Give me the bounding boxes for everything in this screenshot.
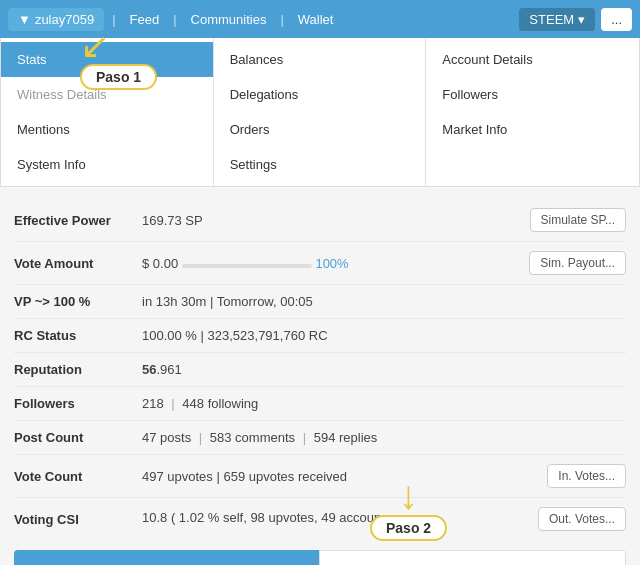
main-content: Effective Power 169.73 SP Simulate SP...… <box>0 187 640 565</box>
stat-label-vp: VP ~> 100 % <box>14 285 134 319</box>
vote-pct-label: 100% <box>315 256 348 271</box>
stat-action-vote-amount: Sim. Payout... <box>490 242 626 285</box>
stat-value-voting-csi: 10.8 ( 1.02 % self, 98 upvotes, 49 accou… <box>134 498 490 541</box>
menu-col-3: Account Details Followers Market Info <box>426 38 639 186</box>
menu-item-balances[interactable]: Balances <box>214 42 426 77</box>
table-row: Voting CSI 10.8 ( 1.02 % self, 98 upvote… <box>14 498 626 541</box>
vote-slider-bar[interactable] <box>182 264 312 268</box>
stat-label-followers: Followers <box>14 387 134 421</box>
comment-count: 583 comments <box>210 430 295 445</box>
steem-button[interactable]: STEEM ▾ <box>519 8 595 31</box>
stat-label-vote-count: Vote Count <box>14 455 134 498</box>
followers-count: 218 <box>142 396 164 411</box>
menu-item-settings[interactable]: Settings <box>214 147 426 182</box>
nav-divider-1: | <box>112 12 115 27</box>
table-row: Vote Count 497 upvotes | 659 upvotes rec… <box>14 455 626 498</box>
voting-csi-text: 10.8 ( 1.02 % self, 98 upvotes, 49 accou… <box>142 510 381 525</box>
menu-item-followers[interactable]: Followers <box>426 77 639 112</box>
table-row: RC Status 100.00 % | 323,523,791,760 RC <box>14 319 626 353</box>
recent-rewards-button[interactable]: Recent Rewards <box>319 550 626 565</box>
nav-divider-3: | <box>280 12 283 27</box>
stat-action-rc-status <box>490 319 626 353</box>
stats-table: Effective Power 169.73 SP Simulate SP...… <box>14 199 626 540</box>
stat-label-rc-status: RC Status <box>14 319 134 353</box>
menu-item-system-info[interactable]: System Info <box>1 147 213 182</box>
menu-item-mentions[interactable]: Mentions <box>1 112 213 147</box>
stat-value-vote-amount: $ 0.00 100% <box>134 242 490 285</box>
following-count: 448 following <box>182 396 258 411</box>
followers-sep: | <box>171 396 174 411</box>
stat-label-post-count: Post Count <box>14 421 134 455</box>
menu-item-account-details[interactable]: Account Details <box>426 42 639 77</box>
stat-value-effective-power: 169.73 SP <box>134 199 490 242</box>
menu-item-market-info[interactable]: Market Info <box>426 112 639 147</box>
out-votes-button[interactable]: Out. Votes... <box>538 507 626 531</box>
menu-item-witness-details[interactable]: Witness Details <box>1 77 213 112</box>
stat-action-post-count <box>490 421 626 455</box>
menu-item-empty <box>426 147 639 167</box>
simulate-sp-button[interactable]: Simulate SP... <box>530 208 626 232</box>
menu-col-1: Stats Witness Details Mentions System In… <box>1 38 214 186</box>
stat-action-effective-power: Simulate SP... <box>490 199 626 242</box>
top-navbar: ▼ zulay7059 | Feed | Communities | Walle… <box>0 0 640 38</box>
stat-action-voting-csi: Out. Votes... <box>490 498 626 541</box>
table-row: Reputation 56.961 <box>14 353 626 387</box>
sim-payout-button[interactable]: Sim. Payout... <box>529 251 626 275</box>
stat-value-vote-count: 497 upvotes | 659 upvotes received <box>134 455 490 498</box>
in-votes-button[interactable]: In. Votes... <box>547 464 626 488</box>
stat-value-vp: in 13h 30m | Tomorrow, 00:05 <box>134 285 490 319</box>
account-name: zulay7059 <box>35 12 94 27</box>
steem-label: STEEM <box>529 12 574 27</box>
account-dropdown[interactable]: ▼ zulay7059 <box>8 8 104 31</box>
table-row: Vote Amount $ 0.00 100% Sim. Payout... <box>14 242 626 285</box>
dropdown-arrow-icon: ▼ <box>18 12 31 27</box>
stat-action-followers <box>490 387 626 421</box>
table-row: VP ~> 100 % in 13h 30m | Tomorrow, 00:05 <box>14 285 626 319</box>
bottom-bar: Rewards Summary Recent Rewards <box>14 550 626 565</box>
nav-feed-link[interactable]: Feed <box>124 8 166 31</box>
post-count: 47 posts <box>142 430 191 445</box>
menu-col-2: Balances Delegations Orders Settings <box>214 38 427 186</box>
stat-label-effective-power: Effective Power <box>14 199 134 242</box>
steem-arrow-icon: ▾ <box>578 12 585 27</box>
stat-value-rc-status: 100.00 % | 323,523,791,760 RC <box>134 319 490 353</box>
post-sep1: | <box>199 430 202 445</box>
table-row: Effective Power 169.73 SP Simulate SP... <box>14 199 626 242</box>
voting-csi-end: d ) <box>385 513 400 528</box>
menu-item-delegations[interactable]: Delegations <box>214 77 426 112</box>
menu-item-stats[interactable]: Stats <box>1 42 213 77</box>
stat-action-reputation <box>490 353 626 387</box>
rewards-summary-button[interactable]: Rewards Summary <box>14 550 319 565</box>
nav-divider-2: | <box>173 12 176 27</box>
stat-action-vp <box>490 285 626 319</box>
stat-value-reputation: 56.961 <box>134 353 490 387</box>
stat-label-vote-amount: Vote Amount <box>14 242 134 285</box>
stat-label-reputation: Reputation <box>14 353 134 387</box>
reputation-value-bold: 56 <box>142 362 156 377</box>
dropdown-menu: Stats Witness Details Mentions System In… <box>0 38 640 187</box>
nav-wallet-link[interactable]: Wallet <box>292 8 340 31</box>
nav-right-group: STEEM ▾ ... <box>519 8 632 31</box>
stat-value-followers: 218 | 448 following <box>134 387 490 421</box>
stat-label-voting-csi: Voting CSI <box>14 498 134 541</box>
post-sep2: | <box>303 430 306 445</box>
reply-count: 594 replies <box>314 430 378 445</box>
more-options-button[interactable]: ... <box>601 8 632 31</box>
nav-communities-link[interactable]: Communities <box>185 8 273 31</box>
stat-value-post-count: 47 posts | 583 comments | 594 replies <box>134 421 490 455</box>
table-row: Post Count 47 posts | 583 comments | 594… <box>14 421 626 455</box>
stat-action-vote-count: In. Votes... <box>490 455 626 498</box>
menu-item-orders[interactable]: Orders <box>214 112 426 147</box>
vote-dollar-value: $ 0.00 <box>142 256 178 271</box>
table-row: Followers 218 | 448 following <box>14 387 626 421</box>
